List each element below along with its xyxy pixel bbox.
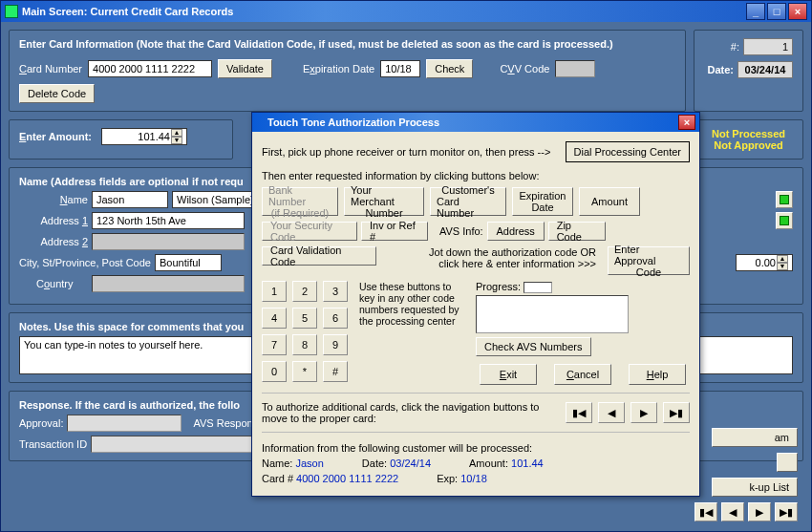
avs-label: AVS Respons: [193, 417, 258, 429]
card-number-label: CCard Numberard Number: [19, 63, 82, 74]
progress-output: [476, 295, 629, 333]
expiration-label: Expiration Date: [303, 63, 374, 74]
main-nav-last[interactable]: ▶▮: [775, 502, 798, 521]
city-input[interactable]: Bountiful: [155, 254, 222, 271]
dialog-body: First, pick up phone receiver or turn mo…: [252, 132, 699, 496]
info-card: 4000 2000 1111 2222: [296, 473, 398, 484]
key-star[interactable]: *: [292, 361, 317, 382]
enter-approval-button[interactable]: Enter ApprovalCode: [608, 246, 690, 275]
approval-label: Approval:: [19, 417, 63, 429]
dlg-nav-prev[interactable]: ◀: [598, 402, 625, 423]
progress-bar: [524, 282, 552, 293]
dial-instruction: First, pick up phone receiver or turn mo…: [262, 146, 560, 158]
expiration-input[interactable]: 10/18: [380, 60, 420, 77]
addr1-action-icon[interactable]: [776, 212, 793, 229]
key-3[interactable]: 3: [323, 281, 348, 302]
cvv-label: CVV Code: [500, 63, 549, 74]
maximize-button[interactable]: □: [767, 3, 786, 20]
exit-button[interactable]: Exit: [480, 364, 537, 385]
side-button-column: am k-up List ▮◀ ◀ ▶ ▶▮: [694, 428, 798, 521]
record-date-value: 03/24/14: [737, 61, 793, 78]
customer-info-block: Information from the following customer …: [262, 440, 690, 486]
misc-spinner[interactable]: 0.00 ▲▼: [736, 254, 793, 271]
expiration-button[interactable]: ExpirationDate: [512, 187, 573, 216]
card-info-heading: Enter Card Information (Note that the Ca…: [19, 38, 675, 50]
dlg-nav-first[interactable]: ▮◀: [566, 402, 592, 423]
jot-line1: Jot down the authorization code OR: [388, 246, 596, 258]
security-code-button[interactable]: Your Security Code: [262, 222, 357, 241]
country-input[interactable]: [92, 275, 245, 292]
card-number-input[interactable]: 4000 2000 1111 2222: [88, 60, 212, 77]
key-8[interactable]: 8: [292, 334, 317, 355]
approval-value: [67, 415, 182, 432]
amount-input[interactable]: 101.44 ▲▼: [101, 128, 187, 145]
app-icon: [5, 5, 18, 18]
key-0[interactable]: 0: [262, 361, 287, 382]
main-nav-next[interactable]: ▶: [748, 502, 771, 521]
info-exp: 10/18: [460, 473, 487, 484]
dialog-titlebar: Touch Tone Authorization Process ×: [252, 113, 699, 132]
dlg-nav-next[interactable]: ▶: [630, 402, 657, 423]
minimize-button[interactable]: _: [746, 3, 765, 20]
info-date: 03/24/14: [390, 458, 431, 469]
jot-line2: click here & enter information >>>: [388, 258, 596, 269]
dialog-title: Touch Tone Authorization Process: [267, 117, 678, 128]
cvv-input[interactable]: [555, 60, 595, 77]
dialog-close-button[interactable]: ×: [678, 115, 695, 130]
progress-label: Progress:: [476, 281, 521, 292]
record-num-value: 1: [743, 38, 793, 55]
side-btn-am[interactable]: am: [712, 428, 798, 447]
main-nav-prev[interactable]: ◀: [721, 502, 744, 521]
status-processed: Not Processed: [704, 128, 793, 139]
city-label: City, St/Province, Post Code: [19, 257, 151, 268]
status-panel: Not Processed Not Approved: [694, 119, 803, 160]
cancel-button[interactable]: Cancel: [554, 364, 611, 385]
key-2[interactable]: 2: [292, 281, 317, 302]
name-action-icon[interactable]: [776, 191, 793, 208]
addr2-label: Address 2: [19, 236, 88, 247]
amount-label: Enter Amount:: [19, 131, 92, 142]
addr2-input[interactable]: [92, 233, 245, 250]
addr1-input[interactable]: 123 North 15th Ave: [92, 212, 245, 229]
close-button[interactable]: ×: [788, 3, 807, 20]
main-title: Main Screen: Current Credit Card Records: [22, 6, 746, 17]
check-avs-button[interactable]: Check AVS Numbers: [476, 337, 591, 356]
inv-ref-button[interactable]: Inv or Ref #: [361, 222, 428, 241]
main-titlebar: Main Screen: Current Credit Card Records…: [1, 1, 811, 22]
side-btn-blank[interactable]: [777, 453, 798, 472]
country-label: Country: [19, 278, 88, 289]
help-button[interactable]: Help: [629, 364, 686, 385]
check-button[interactable]: Check: [426, 59, 473, 78]
amount-button[interactable]: Amount: [579, 187, 640, 216]
key-5[interactable]: 5: [292, 308, 317, 329]
key-hash[interactable]: #: [323, 361, 348, 382]
merchant-number-button[interactable]: Your MerchantNumber: [344, 187, 424, 216]
name-first-input[interactable]: Jason: [92, 191, 168, 208]
main-nav-first[interactable]: ▮◀: [694, 502, 717, 521]
key-4[interactable]: 4: [262, 308, 287, 329]
bank-number-button[interactable]: Bank Number(if Required): [262, 187, 338, 216]
amount-panel: Enter Amount: 101.44 ▲▼: [9, 119, 233, 160]
transaction-label: Transaction ID: [19, 438, 87, 450]
key-6[interactable]: 6: [323, 308, 348, 329]
doc-icon: [780, 216, 789, 225]
zip-button[interactable]: Zip Code: [548, 222, 606, 241]
lookup-list-button[interactable]: k-up List: [712, 478, 798, 497]
delete-code-button[interactable]: Delete Code: [19, 84, 95, 103]
key-1[interactable]: 1: [262, 281, 287, 302]
keypad-note: Use these buttons to key in any other co…: [359, 281, 464, 327]
customer-card-button[interactable]: Customer'sCard Number: [430, 187, 506, 216]
key-7[interactable]: 7: [262, 334, 287, 355]
touch-tone-dialog: Touch Tone Authorization Process × First…: [251, 112, 700, 497]
amount-up[interactable]: ▲: [171, 129, 182, 137]
enter-info-instruction: Then enter requested information by clic…: [262, 170, 690, 181]
dlg-nav-last[interactable]: ▶▮: [663, 402, 690, 423]
amount-down[interactable]: ▼: [171, 137, 182, 144]
validate-button[interactable]: Validate: [218, 59, 272, 78]
record-date-label: Date:: [707, 64, 734, 75]
address-button[interactable]: Address: [487, 222, 545, 241]
info-name: Jason: [295, 458, 323, 469]
dial-processing-button[interactable]: Dial Processing Center: [566, 141, 691, 162]
key-9[interactable]: 9: [323, 334, 348, 355]
card-validation-button[interactable]: Card Validation Code: [262, 246, 376, 266]
